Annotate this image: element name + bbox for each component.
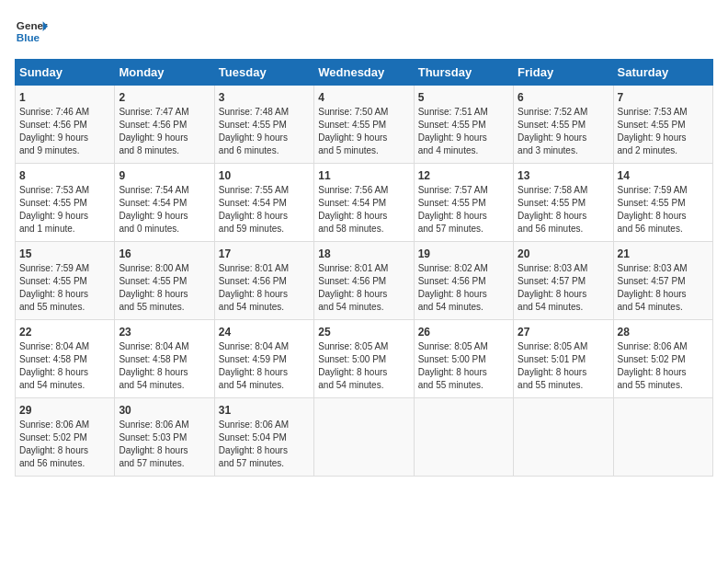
day-number: 9 bbox=[119, 169, 210, 182]
day-header-friday: Friday bbox=[514, 60, 613, 86]
calendar-cell: 6Sunrise: 7:52 AM Sunset: 4:55 PM Daylig… bbox=[514, 86, 613, 164]
day-header-thursday: Thursday bbox=[414, 60, 513, 86]
day-number: 29 bbox=[19, 404, 110, 417]
calendar-cell: 14Sunrise: 7:59 AM Sunset: 4:55 PM Dayli… bbox=[613, 164, 712, 242]
day-number: 30 bbox=[119, 404, 210, 417]
day-number: 19 bbox=[418, 247, 509, 260]
calendar-week-row: 29Sunrise: 8:06 AM Sunset: 5:02 PM Dayli… bbox=[16, 398, 713, 477]
day-info: Sunrise: 7:54 AM Sunset: 4:54 PM Dayligh… bbox=[119, 184, 210, 236]
day-number: 16 bbox=[119, 247, 210, 260]
day-number: 24 bbox=[219, 326, 310, 339]
logo-icon: General Blue bbox=[15, 15, 48, 48]
calendar-cell: 11Sunrise: 7:56 AM Sunset: 4:54 PM Dayli… bbox=[314, 164, 414, 242]
day-number: 11 bbox=[318, 169, 409, 182]
calendar-body: 1Sunrise: 7:46 AM Sunset: 4:56 PM Daylig… bbox=[16, 86, 713, 477]
day-info: Sunrise: 8:01 AM Sunset: 4:56 PM Dayligh… bbox=[219, 262, 310, 314]
calendar-cell: 24Sunrise: 8:04 AM Sunset: 4:59 PM Dayli… bbox=[214, 320, 313, 398]
calendar-cell: 10Sunrise: 7:55 AM Sunset: 4:54 PM Dayli… bbox=[214, 164, 313, 242]
calendar-week-row: 15Sunrise: 7:59 AM Sunset: 4:55 PM Dayli… bbox=[16, 242, 713, 320]
day-info: Sunrise: 8:04 AM Sunset: 4:59 PM Dayligh… bbox=[219, 340, 310, 392]
calendar-cell: 18Sunrise: 8:01 AM Sunset: 4:56 PM Dayli… bbox=[314, 242, 414, 320]
day-number: 4 bbox=[318, 91, 409, 104]
day-info: Sunrise: 7:51 AM Sunset: 4:55 PM Dayligh… bbox=[418, 106, 509, 157]
calendar-cell: 15Sunrise: 7:59 AM Sunset: 4:55 PM Dayli… bbox=[16, 242, 115, 320]
day-info: Sunrise: 7:59 AM Sunset: 4:55 PM Dayligh… bbox=[19, 262, 110, 314]
day-info: Sunrise: 8:06 AM Sunset: 5:02 PM Dayligh… bbox=[618, 340, 709, 392]
calendar-cell: 12Sunrise: 7:57 AM Sunset: 4:55 PM Dayli… bbox=[414, 164, 513, 242]
calendar-cell: 5Sunrise: 7:51 AM Sunset: 4:55 PM Daylig… bbox=[414, 86, 513, 164]
calendar-cell bbox=[314, 398, 414, 477]
day-number: 21 bbox=[618, 247, 709, 260]
day-number: 3 bbox=[219, 91, 310, 104]
calendar-cell: 31Sunrise: 8:06 AM Sunset: 5:04 PM Dayli… bbox=[214, 398, 313, 477]
day-number: 10 bbox=[219, 169, 310, 182]
day-number: 7 bbox=[618, 91, 709, 104]
calendar-week-row: 8Sunrise: 7:53 AM Sunset: 4:55 PM Daylig… bbox=[16, 164, 713, 242]
calendar-cell: 25Sunrise: 8:05 AM Sunset: 5:00 PM Dayli… bbox=[314, 320, 414, 398]
day-info: Sunrise: 7:53 AM Sunset: 4:55 PM Dayligh… bbox=[19, 184, 110, 236]
day-number: 15 bbox=[19, 247, 110, 260]
day-info: Sunrise: 7:47 AM Sunset: 4:56 PM Dayligh… bbox=[119, 106, 210, 157]
calendar-cell: 7Sunrise: 7:53 AM Sunset: 4:55 PM Daylig… bbox=[613, 86, 712, 164]
day-info: Sunrise: 7:52 AM Sunset: 4:55 PM Dayligh… bbox=[518, 106, 609, 157]
day-info: Sunrise: 7:56 AM Sunset: 4:54 PM Dayligh… bbox=[318, 184, 409, 236]
day-number: 28 bbox=[618, 326, 709, 339]
day-info: Sunrise: 8:03 AM Sunset: 4:57 PM Dayligh… bbox=[618, 262, 709, 314]
day-number: 2 bbox=[119, 91, 210, 104]
calendar-cell bbox=[414, 398, 513, 477]
day-info: Sunrise: 7:58 AM Sunset: 4:55 PM Dayligh… bbox=[518, 184, 609, 236]
calendar-cell: 27Sunrise: 8:05 AM Sunset: 5:01 PM Dayli… bbox=[514, 320, 613, 398]
day-number: 23 bbox=[119, 326, 210, 339]
calendar-cell: 2Sunrise: 7:47 AM Sunset: 4:56 PM Daylig… bbox=[115, 86, 214, 164]
day-number: 31 bbox=[219, 404, 310, 417]
day-info: Sunrise: 8:02 AM Sunset: 4:56 PM Dayligh… bbox=[418, 262, 509, 314]
calendar-cell: 16Sunrise: 8:00 AM Sunset: 4:55 PM Dayli… bbox=[115, 242, 214, 320]
day-info: Sunrise: 8:05 AM Sunset: 5:00 PM Dayligh… bbox=[418, 340, 509, 392]
day-info: Sunrise: 7:46 AM Sunset: 4:56 PM Dayligh… bbox=[19, 106, 110, 157]
day-info: Sunrise: 8:00 AM Sunset: 4:55 PM Dayligh… bbox=[119, 262, 210, 314]
day-info: Sunrise: 7:53 AM Sunset: 4:55 PM Dayligh… bbox=[618, 106, 709, 157]
calendar-cell: 9Sunrise: 7:54 AM Sunset: 4:54 PM Daylig… bbox=[115, 164, 214, 242]
day-number: 13 bbox=[518, 169, 609, 182]
day-header-saturday: Saturday bbox=[613, 60, 712, 86]
day-info: Sunrise: 8:05 AM Sunset: 5:00 PM Dayligh… bbox=[318, 340, 409, 392]
calendar-cell: 3Sunrise: 7:48 AM Sunset: 4:55 PM Daylig… bbox=[214, 86, 313, 164]
calendar-week-row: 22Sunrise: 8:04 AM Sunset: 4:58 PM Dayli… bbox=[16, 320, 713, 398]
calendar-cell bbox=[514, 398, 613, 477]
calendar-cell bbox=[613, 398, 712, 477]
calendar-cell: 8Sunrise: 7:53 AM Sunset: 4:55 PM Daylig… bbox=[16, 164, 115, 242]
day-number: 18 bbox=[318, 247, 409, 260]
day-info: Sunrise: 7:59 AM Sunset: 4:55 PM Dayligh… bbox=[618, 184, 709, 236]
calendar-cell: 1Sunrise: 7:46 AM Sunset: 4:56 PM Daylig… bbox=[16, 86, 115, 164]
calendar-cell: 28Sunrise: 8:06 AM Sunset: 5:02 PM Dayli… bbox=[613, 320, 712, 398]
day-number: 12 bbox=[418, 169, 509, 182]
page-header: General Blue bbox=[15, 15, 713, 48]
day-number: 14 bbox=[618, 169, 709, 182]
calendar-cell: 29Sunrise: 8:06 AM Sunset: 5:02 PM Dayli… bbox=[16, 398, 115, 477]
calendar-cell: 17Sunrise: 8:01 AM Sunset: 4:56 PM Dayli… bbox=[214, 242, 313, 320]
calendar-cell: 13Sunrise: 7:58 AM Sunset: 4:55 PM Dayli… bbox=[514, 164, 613, 242]
day-number: 17 bbox=[219, 247, 310, 260]
day-info: Sunrise: 8:03 AM Sunset: 4:57 PM Dayligh… bbox=[518, 262, 609, 314]
day-info: Sunrise: 7:48 AM Sunset: 4:55 PM Dayligh… bbox=[219, 106, 310, 157]
svg-text:Blue: Blue bbox=[17, 31, 40, 43]
day-info: Sunrise: 7:50 AM Sunset: 4:55 PM Dayligh… bbox=[318, 106, 409, 157]
day-info: Sunrise: 7:57 AM Sunset: 4:55 PM Dayligh… bbox=[418, 184, 509, 236]
day-number: 27 bbox=[518, 326, 609, 339]
calendar-cell: 4Sunrise: 7:50 AM Sunset: 4:55 PM Daylig… bbox=[314, 86, 414, 164]
day-number: 22 bbox=[19, 326, 110, 339]
day-number: 20 bbox=[518, 247, 609, 260]
calendar-table: SundayMondayTuesdayWednesdayThursdayFrid… bbox=[15, 59, 713, 477]
calendar-cell: 22Sunrise: 8:04 AM Sunset: 4:58 PM Dayli… bbox=[16, 320, 115, 398]
logo: General Blue bbox=[15, 15, 48, 48]
day-header-monday: Monday bbox=[115, 60, 214, 86]
day-info: Sunrise: 8:04 AM Sunset: 4:58 PM Dayligh… bbox=[19, 340, 110, 392]
day-info: Sunrise: 8:04 AM Sunset: 4:58 PM Dayligh… bbox=[119, 340, 210, 392]
calendar-header-row: SundayMondayTuesdayWednesdayThursdayFrid… bbox=[16, 60, 713, 86]
day-info: Sunrise: 8:01 AM Sunset: 4:56 PM Dayligh… bbox=[318, 262, 409, 314]
day-number: 6 bbox=[518, 91, 609, 104]
day-info: Sunrise: 8:06 AM Sunset: 5:04 PM Dayligh… bbox=[219, 419, 310, 470]
day-info: Sunrise: 8:06 AM Sunset: 5:03 PM Dayligh… bbox=[119, 419, 210, 470]
day-number: 25 bbox=[318, 326, 409, 339]
day-header-tuesday: Tuesday bbox=[214, 60, 313, 86]
